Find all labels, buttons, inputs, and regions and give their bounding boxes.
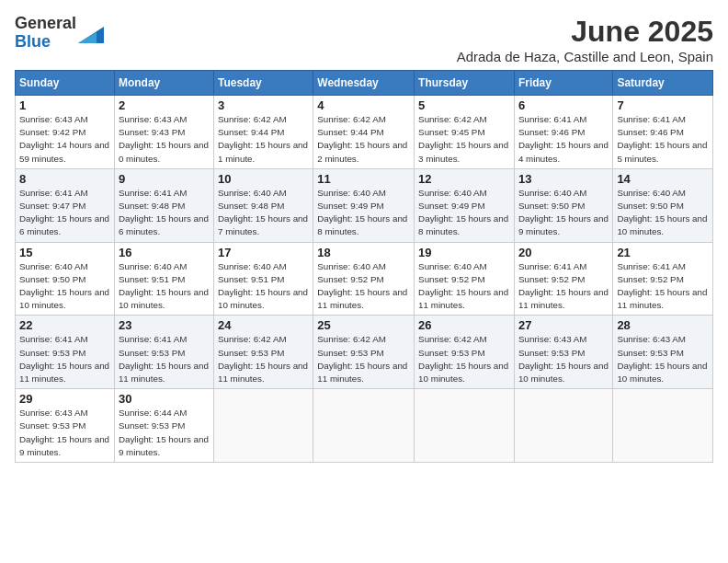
day-detail: Sunrise: 6:40 AMSunset: 9:51 PMDaylight:… xyxy=(218,260,309,313)
day-number: 1 xyxy=(19,98,110,112)
calendar-cell xyxy=(415,389,515,463)
calendar-header-sunday: Sunday xyxy=(16,71,115,96)
day-number: 24 xyxy=(218,318,309,332)
calendar-cell: 29Sunrise: 6:43 AMSunset: 9:53 PMDayligh… xyxy=(16,389,115,463)
day-detail: Sunrise: 6:41 AMSunset: 9:52 PMDaylight:… xyxy=(518,260,609,313)
day-number: 16 xyxy=(119,246,210,259)
day-number: 29 xyxy=(19,392,110,406)
day-number: 6 xyxy=(518,98,609,112)
calendar-cell: 9Sunrise: 6:41 AMSunset: 9:48 PMDaylight… xyxy=(114,168,213,242)
day-number: 27 xyxy=(518,318,609,332)
calendar-week-4: 22Sunrise: 6:41 AMSunset: 9:53 PMDayligh… xyxy=(16,316,713,389)
day-detail: Sunrise: 6:43 AMSunset: 9:42 PMDaylight:… xyxy=(19,113,110,166)
calendar-cell: 23Sunrise: 6:41 AMSunset: 9:53 PMDayligh… xyxy=(114,316,213,389)
logo-general: General xyxy=(15,14,76,32)
logo-blue: Blue xyxy=(15,32,51,51)
calendar-cell xyxy=(514,389,612,463)
calendar-week-2: 8Sunrise: 6:41 AMSunset: 9:47 PMDaylight… xyxy=(16,168,713,242)
day-number: 4 xyxy=(317,98,410,112)
day-number: 11 xyxy=(317,172,410,186)
day-detail: Sunrise: 6:40 AMSunset: 9:49 PMDaylight:… xyxy=(317,187,410,239)
day-number: 19 xyxy=(418,246,510,259)
calendar-cell: 19Sunrise: 6:40 AMSunset: 9:52 PMDayligh… xyxy=(415,242,515,316)
day-number: 17 xyxy=(218,246,309,259)
day-number: 9 xyxy=(119,172,210,186)
day-number: 14 xyxy=(617,172,709,186)
logo-icon xyxy=(78,23,104,43)
day-number: 10 xyxy=(218,172,309,186)
calendar-cell: 18Sunrise: 6:40 AMSunset: 9:52 PMDayligh… xyxy=(313,242,415,316)
calendar-cell: 17Sunrise: 6:40 AMSunset: 9:51 PMDayligh… xyxy=(213,242,313,316)
calendar-cell: 30Sunrise: 6:44 AMSunset: 9:53 PMDayligh… xyxy=(114,389,213,463)
calendar-cell: 11Sunrise: 6:40 AMSunset: 9:49 PMDayligh… xyxy=(313,168,415,242)
calendar-body: 1Sunrise: 6:43 AMSunset: 9:42 PMDaylight… xyxy=(16,96,713,463)
day-number: 18 xyxy=(317,246,410,259)
calendar-week-5: 29Sunrise: 6:43 AMSunset: 9:53 PMDayligh… xyxy=(16,389,713,463)
day-number: 8 xyxy=(19,172,110,186)
calendar-header-wednesday: Wednesday xyxy=(313,71,415,96)
calendar-cell: 14Sunrise: 6:40 AMSunset: 9:50 PMDayligh… xyxy=(613,168,713,242)
day-number: 2 xyxy=(119,98,210,112)
calendar-cell: 15Sunrise: 6:40 AMSunset: 9:50 PMDayligh… xyxy=(16,242,115,316)
day-detail: Sunrise: 6:40 AMSunset: 9:50 PMDaylight:… xyxy=(518,187,609,239)
calendar-cell: 6Sunrise: 6:41 AMSunset: 9:46 PMDaylight… xyxy=(514,96,612,169)
page-container: General Blue June 2025 Adrada de Haza, C… xyxy=(0,0,728,470)
calendar-header-monday: Monday xyxy=(114,71,213,96)
calendar-cell: 24Sunrise: 6:42 AMSunset: 9:53 PMDayligh… xyxy=(213,316,313,389)
day-detail: Sunrise: 6:42 AMSunset: 9:53 PMDaylight:… xyxy=(317,333,410,385)
calendar-cell: 2Sunrise: 6:43 AMSunset: 9:43 PMDaylight… xyxy=(114,96,213,169)
calendar-cell: 25Sunrise: 6:42 AMSunset: 9:53 PMDayligh… xyxy=(313,316,415,389)
day-number: 21 xyxy=(617,246,709,259)
calendar-cell: 26Sunrise: 6:42 AMSunset: 9:53 PMDayligh… xyxy=(415,316,515,389)
calendar-cell: 7Sunrise: 6:41 AMSunset: 9:46 PMDaylight… xyxy=(613,96,713,169)
day-detail: Sunrise: 6:41 AMSunset: 9:53 PMDaylight:… xyxy=(119,333,210,385)
day-number: 3 xyxy=(218,98,309,112)
calendar-header-tuesday: Tuesday xyxy=(213,71,313,96)
calendar-cell: 10Sunrise: 6:40 AMSunset: 9:48 PMDayligh… xyxy=(213,168,313,242)
day-detail: Sunrise: 6:40 AMSunset: 9:50 PMDaylight:… xyxy=(617,187,709,239)
day-detail: Sunrise: 6:40 AMSunset: 9:49 PMDaylight:… xyxy=(418,187,510,239)
calendar-header-saturday: Saturday xyxy=(613,71,713,96)
calendar-week-3: 15Sunrise: 6:40 AMSunset: 9:50 PMDayligh… xyxy=(16,242,713,316)
day-number: 13 xyxy=(518,172,609,186)
calendar-cell: 3Sunrise: 6:42 AMSunset: 9:44 PMDaylight… xyxy=(213,96,313,169)
day-number: 28 xyxy=(617,318,709,332)
calendar-cell: 20Sunrise: 6:41 AMSunset: 9:52 PMDayligh… xyxy=(514,242,612,316)
day-number: 7 xyxy=(617,98,709,112)
day-detail: Sunrise: 6:41 AMSunset: 9:52 PMDaylight:… xyxy=(617,260,709,313)
day-number: 22 xyxy=(19,318,110,332)
day-detail: Sunrise: 6:42 AMSunset: 9:44 PMDaylight:… xyxy=(317,113,410,166)
location-title: Adrada de Haza, Castille and Leon, Spain xyxy=(457,49,713,64)
day-number: 25 xyxy=(317,318,410,332)
day-detail: Sunrise: 6:40 AMSunset: 9:48 PMDaylight:… xyxy=(218,187,309,239)
day-detail: Sunrise: 6:44 AMSunset: 9:53 PMDaylight:… xyxy=(119,407,210,459)
day-number: 23 xyxy=(119,318,210,332)
day-detail: Sunrise: 6:43 AMSunset: 9:43 PMDaylight:… xyxy=(119,113,210,166)
day-number: 20 xyxy=(518,246,609,259)
title-block: June 2025 Adrada de Haza, Castille and L… xyxy=(457,15,713,64)
day-detail: Sunrise: 6:43 AMSunset: 9:53 PMDaylight:… xyxy=(19,407,110,459)
day-detail: Sunrise: 6:42 AMSunset: 9:53 PMDaylight:… xyxy=(218,333,309,385)
day-number: 5 xyxy=(418,98,510,112)
calendar-cell: 8Sunrise: 6:41 AMSunset: 9:47 PMDaylight… xyxy=(16,168,115,242)
day-detail: Sunrise: 6:40 AMSunset: 9:52 PMDaylight:… xyxy=(317,260,410,313)
day-detail: Sunrise: 6:41 AMSunset: 9:46 PMDaylight:… xyxy=(518,113,609,166)
day-detail: Sunrise: 6:40 AMSunset: 9:52 PMDaylight:… xyxy=(418,260,510,313)
calendar-cell: 4Sunrise: 6:42 AMSunset: 9:44 PMDaylight… xyxy=(313,96,415,169)
day-detail: Sunrise: 6:41 AMSunset: 9:46 PMDaylight:… xyxy=(617,113,709,166)
calendar-cell xyxy=(313,389,415,463)
calendar-cell: 22Sunrise: 6:41 AMSunset: 9:53 PMDayligh… xyxy=(16,316,115,389)
logo-text: General Blue xyxy=(15,15,104,52)
header-row: General Blue June 2025 Adrada de Haza, C… xyxy=(15,15,713,64)
calendar-cell: 21Sunrise: 6:41 AMSunset: 9:52 PMDayligh… xyxy=(613,242,713,316)
day-number: 15 xyxy=(19,246,110,259)
calendar-cell: 13Sunrise: 6:40 AMSunset: 9:50 PMDayligh… xyxy=(514,168,612,242)
day-detail: Sunrise: 6:43 AMSunset: 9:53 PMDaylight:… xyxy=(518,333,609,385)
calendar-cell: 12Sunrise: 6:40 AMSunset: 9:49 PMDayligh… xyxy=(415,168,515,242)
calendar-cell xyxy=(213,389,313,463)
day-detail: Sunrise: 6:41 AMSunset: 9:53 PMDaylight:… xyxy=(19,333,110,385)
day-number: 30 xyxy=(119,392,210,406)
calendar-header-row: SundayMondayTuesdayWednesdayThursdayFrid… xyxy=(16,71,713,96)
day-number: 26 xyxy=(418,318,510,332)
day-detail: Sunrise: 6:41 AMSunset: 9:47 PMDaylight:… xyxy=(19,187,110,239)
